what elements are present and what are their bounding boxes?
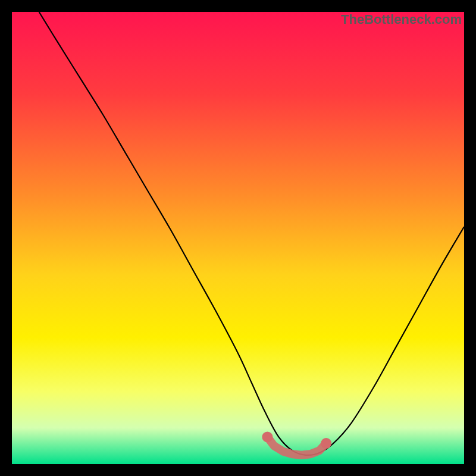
watermark-text: TheBottleneck.com [341, 12, 462, 27]
chart-frame: TheBottleneck.com [12, 12, 464, 464]
chart-background [12, 12, 464, 464]
chart-svg [12, 12, 464, 464]
flat-region-endpoint [262, 431, 273, 442]
flat-region-endpoint [321, 438, 331, 449]
